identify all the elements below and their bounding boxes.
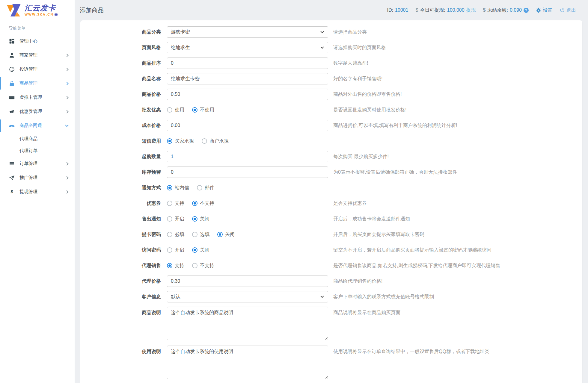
unsettled-balance: $ 未结余额: 0.090 ? — [483, 7, 529, 13]
notify-method-option[interactable]: 站内信 — [167, 185, 189, 191]
field-label: 商品名称 — [80, 73, 161, 84]
chevron-right-icon — [65, 190, 68, 193]
stock-alert-input[interactable] — [167, 166, 328, 178]
form-row-card-password: 提卡密码必填选填关闭开启后，购买页面会提示买家填写取卡密码 — [80, 229, 582, 240]
sidebar-item-promotion[interactable]: 推广管理 — [0, 171, 75, 185]
field-hint: 请选择商品分类 — [333, 26, 367, 38]
page-style-select[interactable]: 绝地求生 — [167, 42, 328, 53]
sale-notice-option[interactable]: 开启 — [167, 216, 184, 222]
chevron-right-icon — [65, 82, 68, 85]
wholesale-option[interactable]: 不使用 — [192, 107, 214, 113]
notify-method-option[interactable]: 邮件 — [197, 185, 214, 191]
chevron-right-icon — [65, 68, 68, 71]
withdraw-label: 今日可提现: — [420, 7, 445, 13]
chevron-down-icon — [320, 30, 324, 33]
radio-button — [192, 216, 197, 222]
sidebar-item-products[interactable]: 商品管理 — [0, 76, 75, 90]
access-password-option[interactable]: 开启 — [167, 247, 184, 253]
coupon-option[interactable]: 支持 — [167, 200, 184, 207]
coupon-option[interactable]: 不支持 — [192, 200, 214, 207]
access-password-option[interactable]: 关闭 — [192, 247, 209, 253]
category-select[interactable]: 游戏卡密 — [167, 26, 328, 38]
logo-url: WWW.3KA.CN — [25, 13, 54, 16]
field-hint: 好的名字有利于销售哦! — [333, 73, 382, 84]
sidebar-item-virtual-cards[interactable]: 虚拟卡管理 — [0, 90, 75, 105]
sidebar-item-coupons[interactable]: 优惠券管理 — [0, 105, 75, 119]
settings-label: 设置 — [543, 7, 552, 13]
field-hint: 客户下单时输入的联系方式或充值账号格式限制 — [333, 291, 434, 302]
usage-desc-textarea[interactable] — [167, 346, 328, 379]
agent-price-input[interactable] — [167, 275, 328, 287]
field-hint: 是否设置批发购买时使用批发价格! — [333, 104, 406, 116]
sidebar-item-product-allnet[interactable]: 商品全网通 — [0, 119, 75, 133]
sidebar-subitem-agent-orders[interactable]: 代理订单 — [0, 145, 75, 157]
card-password-option[interactable]: 必填 — [167, 231, 184, 238]
selected-value: 绝地求生 — [171, 45, 190, 51]
sale-notice-option[interactable]: 关闭 — [192, 216, 209, 222]
merchant-id-value: 10001 — [395, 7, 408, 13]
field-control — [167, 151, 328, 162]
sidebar-subitem-agent-products[interactable]: 代理商品 — [0, 133, 75, 145]
sidebar-item-orders[interactable]: 订单管理 — [0, 157, 75, 171]
chevron-right-icon — [65, 162, 68, 165]
settings-button[interactable]: 设置 — [536, 7, 552, 13]
cost-price-input[interactable] — [167, 120, 328, 131]
field-label: 使用说明 — [80, 346, 161, 380]
field-label: 商品说明 — [80, 307, 161, 341]
sidebar-item-withdrawals[interactable]: $提现管理 — [0, 185, 75, 199]
ticket-icon — [9, 109, 15, 114]
radio-label: 关闭 — [200, 216, 209, 222]
dollar-icon: $ — [9, 189, 15, 195]
sidebar-item-label: 虚拟卡管理 — [19, 95, 42, 100]
agent-sale-option[interactable]: 不支持 — [192, 263, 214, 269]
radio-label: 选填 — [200, 231, 209, 238]
field-control — [167, 307, 328, 341]
field-label: 页面风格 — [80, 42, 161, 53]
field-control: 开启关闭 — [167, 213, 328, 225]
sidebar-item-merchants[interactable]: 商家管理 — [0, 48, 75, 62]
field-label: 库存预警 — [80, 166, 161, 178]
withdraw-link[interactable]: 提现 — [466, 7, 476, 13]
agent-sale-option[interactable]: 支持 — [167, 263, 184, 269]
sidebar-item-dashboard[interactable]: 管理中心 — [0, 34, 75, 48]
credit-card-icon — [9, 95, 15, 100]
balance-label: 未结余额: — [488, 7, 508, 13]
customer-info-select[interactable]: 默认 — [167, 291, 328, 302]
help-badge-icon[interactable]: ? — [524, 8, 529, 13]
field-label: 售出通知 — [80, 213, 161, 225]
field-hint: 商品进货价,可以不填,填写有利于商户系统的利润统计分析! — [333, 120, 457, 131]
logout-button[interactable]: 退出 — [560, 7, 576, 13]
sort-input[interactable] — [167, 57, 328, 69]
grid-icon — [9, 38, 15, 44]
radio-label: 关闭 — [225, 231, 235, 238]
form-row-coupon: 优惠券支持不支持是否支持优惠券 — [80, 198, 582, 209]
card-password-option[interactable]: 关闭 — [217, 231, 235, 238]
card-password-option[interactable]: 选填 — [192, 231, 209, 238]
field-hint: 请选择购买时的页面风格 — [333, 42, 386, 53]
radio-button — [192, 263, 197, 268]
field-control — [167, 275, 328, 287]
radio-button — [167, 185, 172, 190]
form-row-stock-alert: 库存预警为0表示不报警,设置后请确保邮箱正确，否则无法接收邮件 — [80, 166, 582, 178]
name-input[interactable] — [167, 73, 328, 84]
field-control: 默认 — [167, 291, 328, 302]
chevron-down-icon — [320, 294, 324, 298]
sms-fee-option[interactable]: 商户承担 — [202, 138, 229, 144]
wholesale-option[interactable]: 使用 — [167, 107, 184, 113]
field-label: 代理价格 — [80, 275, 161, 287]
field-control — [167, 89, 328, 100]
radio-label: 不支持 — [200, 200, 214, 207]
active-indicator — [0, 119, 1, 132]
price-input[interactable] — [167, 89, 328, 100]
field-label: 客户信息 — [80, 291, 161, 302]
sidebar-item-complaints[interactable]: 投诉管理 — [0, 62, 75, 76]
logo[interactable]: 汇云发卡 WWW.3KA.CN — [0, 0, 75, 20]
power-icon — [560, 7, 565, 13]
sms-fee-option[interactable]: 买家承担 — [167, 138, 194, 144]
product-desc-textarea[interactable] — [167, 307, 328, 340]
radio-label: 使用 — [175, 107, 184, 113]
active-indicator — [0, 77, 1, 90]
field-control: 支持不支持 — [167, 260, 328, 271]
min-qty-input[interactable] — [167, 151, 328, 162]
form-row-customer-info: 客户信息默认客户下单时输入的联系方式或充值账号格式限制 — [80, 291, 582, 302]
